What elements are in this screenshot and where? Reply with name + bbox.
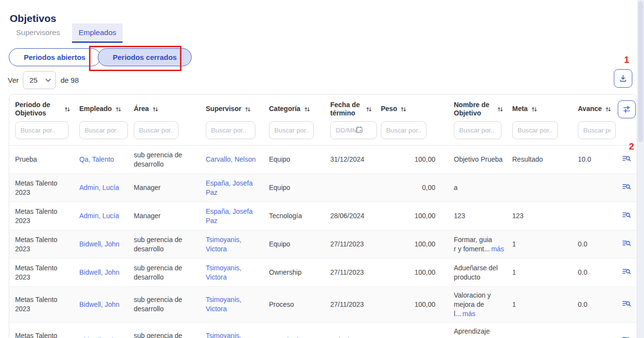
page-size-row: Ver 25 de 98 — [8, 71, 79, 89]
more-link[interactable]: más — [491, 245, 504, 253]
cell-fecha: 27/11/2023 — [324, 287, 375, 323]
row-detail-button[interactable] — [621, 334, 632, 338]
supervisor-link[interactable]: Tsimoyanis, Victora — [206, 264, 241, 281]
period-toggle: Periodos abiertos Periodos cerrados — [9, 48, 192, 66]
column-label-peso: Peso — [381, 105, 397, 113]
cell-supervisor: Tsimoyanis, Victora — [200, 230, 263, 259]
table-header-row: Periodo de ObjetivosEmpleadoÁreaSupervis… — [9, 94, 637, 146]
supervisor-link[interactable]: España, Josefa Paz — [206, 179, 253, 196]
cell-nombre: 123 — [448, 202, 506, 230]
sort-arrows-icon[interactable] — [304, 106, 310, 113]
more-link[interactable]: más — [463, 310, 475, 318]
cell-fecha: 28/06/2024 — [324, 202, 375, 230]
tab-empleados[interactable]: Empleados — [72, 23, 123, 43]
page-size-select[interactable]: 25 — [23, 71, 56, 89]
filter-input-fecha[interactable] — [330, 121, 377, 139]
total-count: de 98 — [61, 76, 79, 84]
row-detail-button[interactable] — [621, 153, 632, 165]
page-size-value: 25 — [30, 76, 38, 84]
cell-actions — [616, 287, 637, 323]
supervisor-link[interactable]: España, Josefa Paz — [206, 207, 253, 225]
employee-link[interactable]: Bidwell, John — [79, 337, 120, 338]
employee-link[interactable]: Admin, Lucía — [79, 212, 119, 220]
filter-input-meta[interactable] — [512, 121, 558, 139]
calendar-icon[interactable] — [355, 126, 363, 136]
filter-input-avance[interactable] — [578, 121, 616, 139]
sort-arrows-icon[interactable] — [531, 106, 537, 113]
filter-input-empleado[interactable] — [79, 121, 128, 139]
annotation-1: 1 — [624, 55, 629, 65]
sort-arrows-icon[interactable] — [115, 106, 122, 113]
sort-arrows-icon[interactable] — [152, 106, 159, 113]
row-detail-button[interactable] — [621, 209, 632, 221]
cell-periodo: Metas Talento 2023 — [9, 230, 73, 259]
cell-nombre: Formar, guia r y foment...más — [448, 230, 506, 259]
column-header-area: Área — [128, 94, 200, 146]
cell-categoria: Equipo — [263, 230, 324, 259]
sort-arrows-icon[interactable] — [366, 106, 372, 113]
supervisor-link[interactable]: Tsimoyanis, Victora — [206, 236, 241, 253]
employee-link[interactable]: Bidwell, John — [79, 268, 120, 276]
column-header-meta: Meta — [506, 94, 572, 146]
sort-arrows-icon[interactable] — [605, 106, 611, 113]
supervisor-link[interactable]: Tsimoyanis, Victora — [206, 296, 241, 313]
column-header-avance: Avance — [572, 94, 616, 146]
objective-name: a — [454, 184, 458, 191]
cell-periodo: Metas Talento 2023 — [9, 202, 73, 230]
column-label-avance: Avance — [578, 105, 602, 113]
window-scrollbar[interactable] — [637, 0, 644, 338]
cell-area: sub gerencia de desarrollo — [128, 322, 200, 338]
tab-supervisores[interactable]: Supervisores — [10, 23, 66, 43]
row-detail-button[interactable] — [621, 181, 632, 193]
download-button[interactable] — [614, 69, 632, 88]
cell-fecha: 31/12/2024 — [324, 146, 375, 174]
cell-meta: 1 — [506, 322, 572, 338]
column-header-empleado: Empleado — [73, 94, 128, 146]
cell-categoria: Equipo — [263, 174, 324, 202]
cell-peso: 100,00 — [375, 322, 448, 338]
filter-input-categoria[interactable] — [269, 121, 314, 139]
cell-fecha: 27/11/2023 — [324, 259, 375, 287]
cell-avance: 0.0 — [572, 259, 616, 287]
objectives-table: Periodo de ObjetivosEmpleadoÁreaSupervis… — [9, 94, 637, 338]
column-settings-button[interactable] — [618, 100, 636, 118]
scrollbar-thumb[interactable] — [638, 1, 643, 142]
sort-arrows-icon[interactable] — [497, 106, 503, 113]
employee-link[interactable]: Bidwell, John — [79, 300, 120, 308]
row-detail-button[interactable] — [621, 298, 632, 310]
chevron-down-icon — [45, 78, 51, 82]
cell-area: sub gerencia de desarrollo — [128, 259, 200, 287]
cell-supervisor: Carvallo, Nelson — [200, 146, 263, 174]
sort-arrows-icon[interactable] — [245, 106, 251, 113]
cell-nombre: Adueñarse del producto — [448, 259, 506, 287]
cell-peso: 100,00 — [375, 230, 448, 259]
sort-arrows-icon[interactable] — [64, 106, 71, 113]
tab-bar: Supervisores Empleados — [10, 23, 123, 43]
sort-arrows-icon[interactable] — [400, 106, 407, 113]
supervisor-link[interactable]: Tsimoyanis, Victora — [206, 332, 241, 338]
column-label-meta: Meta — [512, 105, 528, 113]
filter-input-peso[interactable] — [381, 121, 427, 139]
filter-input-nombre[interactable] — [454, 121, 501, 139]
cell-empleado: Qa, Talento — [73, 146, 128, 174]
pill-periodos-abiertos[interactable]: Periodos abiertos — [9, 48, 101, 66]
employee-link[interactable]: Bidwell, John — [79, 240, 120, 248]
annotation-2: 2 — [629, 141, 634, 152]
filter-input-area[interactable] — [134, 121, 179, 139]
table-row: Metas Talento 2023Bidwell, Johnsub geren… — [9, 230, 637, 259]
row-detail-button[interactable] — [621, 266, 632, 278]
employee-link[interactable]: Admin, Lucía — [79, 184, 119, 191]
table-row: Metas Talento 2023Admin, LucíaManagerEsp… — [9, 174, 637, 202]
cell-periodo: Metas Talento 2023 — [9, 322, 73, 338]
cell-peso: 100,00 — [375, 259, 448, 287]
employee-link[interactable]: Qa, Talento — [79, 155, 114, 163]
column-header-peso: Peso — [375, 94, 448, 146]
cell-actions — [616, 322, 637, 338]
filter-input-periodo[interactable] — [15, 121, 69, 139]
row-detail-button[interactable] — [621, 238, 632, 249]
pill-periodos-cerrados[interactable]: Periodos cerrados — [98, 48, 192, 66]
filter-input-supervisor[interactable] — [206, 121, 255, 139]
cell-fecha — [324, 174, 375, 202]
column-header-categoria: Categoría — [263, 94, 324, 146]
supervisor-link[interactable]: Carvallo, Nelson — [206, 155, 256, 163]
